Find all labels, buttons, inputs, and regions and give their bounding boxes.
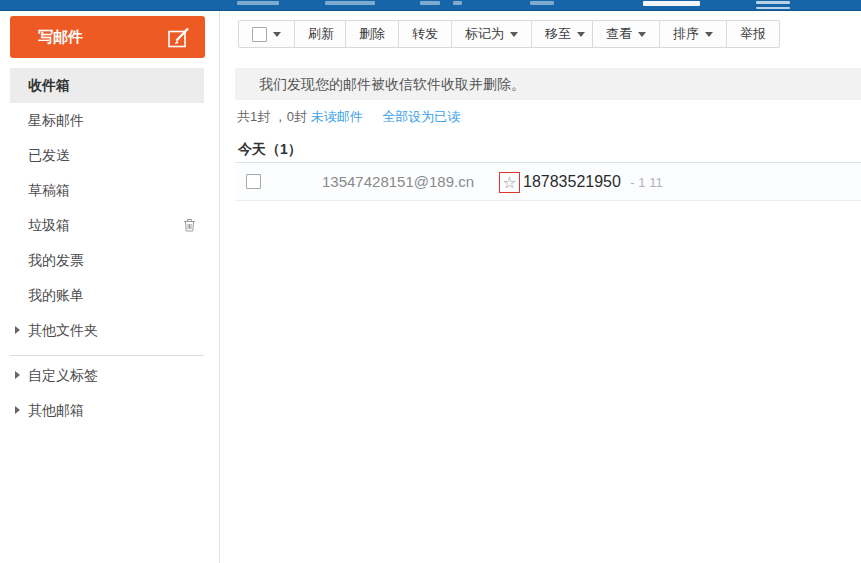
email-subject[interactable]: 18783521950 xyxy=(523,173,621,190)
email-checkbox[interactable] xyxy=(246,174,261,189)
topbar-active-tab-fragment[interactable] xyxy=(643,1,700,6)
sidebar-item-other-mailboxes[interactable]: 其他邮箱 xyxy=(10,393,204,428)
sort-label: 排序 xyxy=(673,25,699,43)
compose-button-label: 写邮件 xyxy=(38,28,83,45)
sidebar-item-trash[interactable]: 垃圾箱 xyxy=(10,208,204,243)
folder-label: 星标邮件 xyxy=(28,112,84,128)
sidebar: 写邮件 收件箱 星标邮件 已发送 草稿箱 垃圾箱 xyxy=(0,11,220,563)
sidebar-item-bills[interactable]: 我的账单 xyxy=(10,278,204,313)
compose-button[interactable]: 写邮件 xyxy=(10,16,205,58)
sidebar-item-drafts[interactable]: 草稿箱 xyxy=(10,173,204,208)
report-button[interactable]: 举报 xyxy=(726,21,779,47)
toolbar-group-select: 刷新 xyxy=(238,20,348,48)
caret-down-icon xyxy=(638,32,646,37)
caret-down-icon xyxy=(510,32,518,37)
sidebar-extra-sections: 自定义标签 其他邮箱 xyxy=(0,358,220,428)
expand-arrow-icon xyxy=(15,371,20,379)
refresh-label: 刷新 xyxy=(308,25,334,43)
view-dropdown[interactable]: 查看 xyxy=(593,21,659,47)
folder-list: 收件箱 星标邮件 已发送 草稿箱 垃圾箱 我的发票 我的账单 xyxy=(0,68,220,348)
sidebar-item-inbox[interactable]: 收件箱 xyxy=(10,68,204,103)
folder-label: 自定义标签 xyxy=(28,367,98,383)
topbar-tab-fragment[interactable] xyxy=(325,1,375,5)
delete-button[interactable]: 删除 xyxy=(346,21,398,47)
forward-button[interactable]: 转发 xyxy=(398,21,451,47)
unread-mail-link[interactable]: 未读邮件 xyxy=(311,109,363,124)
view-label: 查看 xyxy=(606,25,632,43)
topbar-tab-fragment[interactable] xyxy=(237,1,279,5)
email-row[interactable]: 13547428151@189.cn ☆ 18783521950 - 1 11 xyxy=(235,163,861,201)
trash-icon[interactable] xyxy=(183,218,196,232)
sidebar-item-custom-labels[interactable]: 自定义标签 xyxy=(10,358,204,393)
move-to-dropdown[interactable]: 移至 xyxy=(531,21,598,47)
toolbar-group-actions: 删除 转发 标记为 移至 xyxy=(345,20,599,48)
topbar-tab-fragment[interactable] xyxy=(453,1,462,5)
select-all-checkbox[interactable] xyxy=(252,27,267,42)
mark-as-dropdown[interactable]: 标记为 xyxy=(451,21,531,47)
count-text: 共1封 ，0封 xyxy=(237,109,307,124)
mail-count-summary: 共1封 ，0封 未读邮件 全部设为已读 xyxy=(237,108,460,126)
topbar-tab-underline xyxy=(756,7,790,9)
folder-label: 其他文件夹 xyxy=(28,322,98,338)
folder-label: 已发送 xyxy=(28,147,70,163)
folder-label: 其他邮箱 xyxy=(28,402,84,418)
select-all-dropdown[interactable] xyxy=(239,21,294,47)
topbar-tab-fragment[interactable] xyxy=(756,1,790,4)
refresh-button[interactable]: 刷新 xyxy=(294,21,347,47)
topbar-tab-fragment[interactable] xyxy=(420,1,440,5)
sidebar-item-other-folders[interactable]: 其他文件夹 xyxy=(10,313,204,348)
folder-label: 垃圾箱 xyxy=(28,217,70,233)
folder-label: 我的账单 xyxy=(28,287,84,303)
sidebar-item-starred[interactable]: 星标邮件 xyxy=(10,103,204,138)
sort-dropdown[interactable]: 排序 xyxy=(659,21,726,47)
forward-label: 转发 xyxy=(412,25,438,43)
mail-main-panel: 刷新 删除 转发 标记为 移至 查看 xyxy=(221,11,861,563)
star-icon[interactable]: ☆ xyxy=(502,175,516,191)
topbar-clipped-nav xyxy=(0,0,861,11)
mark-all-read-link[interactable]: 全部设为已读 xyxy=(382,109,460,124)
topbar-tab-fragment[interactable] xyxy=(530,1,554,5)
caret-down-icon xyxy=(273,32,281,37)
folder-label: 草稿箱 xyxy=(28,182,70,198)
expand-arrow-icon xyxy=(15,326,20,334)
folder-label: 我的发票 xyxy=(28,252,84,268)
toolbar-group-display: 查看 排序 举报 xyxy=(592,20,780,48)
email-sender[interactable]: 13547428151@189.cn xyxy=(322,163,474,201)
mark-as-label: 标记为 xyxy=(465,25,504,43)
email-title[interactable]: 18783521950 - 1 11 xyxy=(523,163,663,202)
caret-down-icon xyxy=(577,32,585,37)
star-highlight-box[interactable]: ☆ xyxy=(499,172,520,193)
notice-bar: 我们发现您的邮件被收信软件收取并删除。 xyxy=(235,68,861,100)
notice-text: 我们发现您的邮件被收信软件收取并删除。 xyxy=(259,76,525,92)
caret-down-icon xyxy=(705,32,713,37)
sidebar-item-invoices[interactable]: 我的发票 xyxy=(10,243,204,278)
move-to-label: 移至 xyxy=(545,25,571,43)
report-label: 举报 xyxy=(740,25,766,43)
sidebar-item-sent[interactable]: 已发送 xyxy=(10,138,204,173)
list-group-title: 今天（1） xyxy=(238,141,302,159)
email-snippet: - 1 11 xyxy=(630,175,662,190)
expand-arrow-icon xyxy=(15,406,20,414)
mail-app: 写邮件 收件箱 星标邮件 已发送 草稿箱 垃圾箱 xyxy=(0,0,861,563)
folder-label: 收件箱 xyxy=(28,77,70,93)
delete-label: 删除 xyxy=(359,25,385,43)
sidebar-divider xyxy=(10,355,204,356)
compose-icon xyxy=(165,24,191,50)
